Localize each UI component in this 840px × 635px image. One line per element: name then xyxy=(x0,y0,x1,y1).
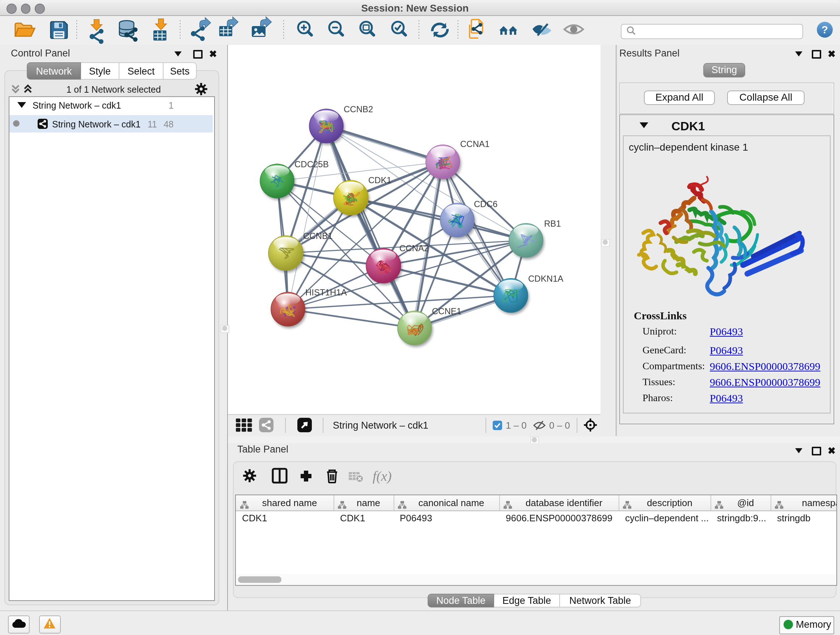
svg-text:CDK1: CDK1 xyxy=(368,175,392,185)
svg-text:CCNE1: CCNE1 xyxy=(432,306,461,316)
svg-text:CDKN1A: CDKN1A xyxy=(528,274,563,283)
svg-text:RB1: RB1 xyxy=(544,219,561,228)
svg-text:CCNA1: CCNA1 xyxy=(460,139,489,149)
svg-text:CDC6: CDC6 xyxy=(474,199,497,209)
svg-text:CCNB2: CCNB2 xyxy=(344,104,373,114)
svg-text:f(x): f(x) xyxy=(373,469,392,484)
svg-text:CDC25B: CDC25B xyxy=(294,159,329,169)
svg-text:CCNB1: CCNB1 xyxy=(303,231,332,241)
svg-text:CCNA2: CCNA2 xyxy=(399,243,429,253)
svg-text:HIST1H1A: HIST1H1A xyxy=(305,287,347,297)
